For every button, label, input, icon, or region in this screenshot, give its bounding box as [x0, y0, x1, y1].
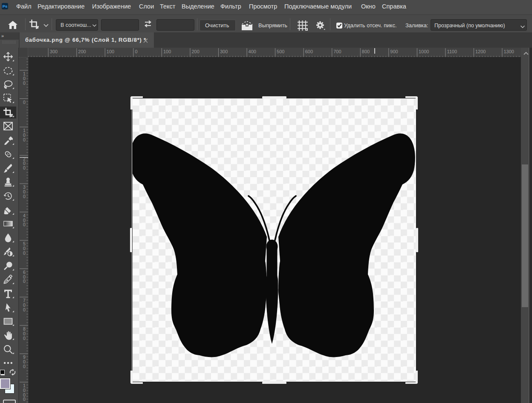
svg-text:0: 0 [135, 49, 137, 54]
svg-text:0: 0 [23, 165, 26, 170]
svg-text:100: 100 [163, 49, 171, 54]
svg-text:1000: 1000 [419, 49, 429, 54]
svg-text:0: 0 [23, 137, 26, 142]
svg-text:0: 0 [23, 100, 26, 105]
svg-text:0: 0 [23, 336, 26, 341]
svg-text:600: 600 [305, 49, 313, 54]
svg-text:300: 300 [50, 49, 58, 54]
svg-text:400: 400 [249, 49, 256, 54]
svg-text:0: 0 [23, 81, 26, 86]
svg-text:0: 0 [23, 222, 26, 227]
svg-text:0: 0 [23, 397, 26, 402]
svg-text:800: 800 [362, 49, 370, 54]
svg-text:0: 0 [23, 194, 26, 199]
svg-text:0: 0 [23, 250, 26, 256]
svg-text:0: 0 [23, 364, 26, 369]
svg-text:500: 500 [277, 49, 284, 54]
svg-text:200: 200 [192, 49, 200, 54]
svg-text:1300: 1300 [504, 49, 514, 54]
svg-text:1100: 1100 [447, 49, 457, 54]
svg-text:300: 300 [220, 49, 228, 54]
svg-text:0: 0 [23, 307, 26, 312]
svg-text:100: 100 [107, 49, 114, 54]
svg-text:900: 900 [390, 49, 398, 54]
svg-text:1200: 1200 [475, 49, 486, 54]
svg-text:700: 700 [333, 49, 341, 54]
svg-text:0: 0 [23, 279, 26, 284]
svg-text:200: 200 [78, 49, 86, 54]
